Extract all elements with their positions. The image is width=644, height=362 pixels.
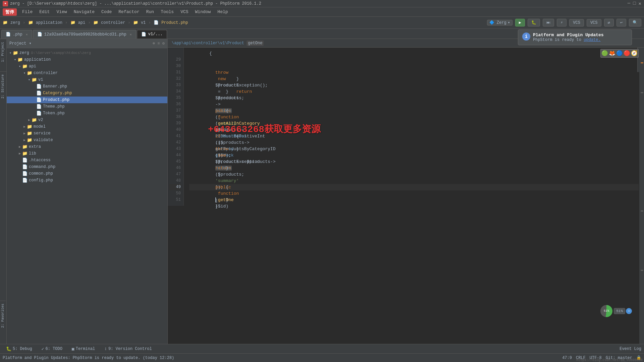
debug-button[interactable]: 🐛 [528,19,540,26]
chrome-icon[interactable]: 🟢 [601,50,608,57]
breadcrumb-product[interactable]: 📄 Product.php [154,20,188,25]
label-v1: v1 [38,77,43,82]
bottom-tab-debug[interactable]: 🐛 5: Debug [3,345,36,353]
undo-button[interactable]: ↩ [616,19,626,26]
menu-view[interactable]: View [54,8,69,16]
tree-item-api[interactable]: ▾ 📁 api [7,63,167,70]
line-num-31: 31 [169,69,181,76]
bottom-tab-terminal[interactable]: ▣ Terminal [68,345,98,353]
tree-item-common[interactable]: 📄 common.php [7,170,167,177]
tree-item-v2[interactable]: ▶ 📁 v2 [7,117,167,123]
arrow-lib: ▶ [17,152,22,156]
zerg-dropdown[interactable]: 🔷 Zerg ▾ [487,20,513,25]
tree-item-htaccess[interactable]: 📄 .htaccess [7,157,167,164]
menu-run[interactable]: Run [144,8,157,16]
code-editor[interactable]: \app\api\controller\v1\Product getOne +6… [168,39,644,344]
bottom-tab-vcs[interactable]: ↕ 9: Version Control [101,345,155,353]
minimize-btn[interactable]: ─ [628,1,630,6]
breadcrumb-controller[interactable]: 📁 controller [93,20,125,25]
menu-tools[interactable]: Tools [158,8,176,16]
line-num-41: 41 [169,133,181,139]
tab-hash[interactable]: 📄 12a92ae84a709aeb99026bdbb4cd31.php ✕ [33,30,136,39]
vcs-btn2[interactable]: VCS [587,19,601,26]
breadcrumb-label-api: api [78,20,86,25]
tree-item-banner[interactable]: 📄 Banner.php [7,83,167,90]
tree-item-extra[interactable]: ▶ 📁 extra [7,143,167,150]
scroll-nav-btn[interactable]: ○ [626,308,632,314]
project-header-icons: ⊕ ≡ ⚙ [153,41,165,46]
tab-label-php: .php [13,32,22,37]
ie-icon[interactable]: 🔵 [616,50,623,57]
event-log-link[interactable]: Event Log [620,347,641,351]
tree-item-application[interactable]: ▾ 📁 application [7,56,167,63]
tab-close-hash[interactable]: ✕ [130,33,132,37]
code-scroll-track[interactable] [639,48,644,344]
tab-php[interactable]: 📄 .php ✕ [1,30,32,39]
code-line-49[interactable]: | [189,184,639,190]
menu-help[interactable]: Help [215,8,230,16]
tree-item-service[interactable]: ▶ 📁 service [7,130,167,137]
breadcrumb-api[interactable]: 📁 api [70,20,86,25]
tab-v1[interactable]: 📄 v1/... [137,30,167,39]
code-line-32: return $products; [189,76,639,82]
tree-item-controller[interactable]: ▾ 📁 controller [7,70,167,76]
line-num-36: 36 [169,101,181,108]
run-button[interactable]: ▶ [515,19,525,26]
vcs-icon: ↕ [104,346,107,351]
tree-item-product[interactable]: 📄 Product.php [7,97,167,103]
arrow-application: ▾ [13,58,17,62]
tree-item-token[interactable]: 📄 Token.php [7,110,167,117]
tree-item-config[interactable]: 📄 config.php [7,177,167,184]
code-line-31: $products = $products -> hidden ([ 'summ… [189,69,639,76]
menu-refactor[interactable]: Refactor [116,8,142,16]
close-btn[interactable]: ✕ [639,1,641,6]
breadcrumb-zerg[interactable]: 📁 zerg [3,20,20,25]
safari-icon[interactable]: 🧭 [631,50,638,57]
breadcrumb-application[interactable]: 📁 application [28,20,62,25]
breadcrumb-label-application: application [36,20,62,25]
firefox-icon[interactable]: 🦊 [609,50,615,57]
coverage-button[interactable]: ⚡ [557,19,567,26]
bottom-tab-todo[interactable]: ✓ 6: TODO [38,345,66,353]
tab-icon-php: 📄 [6,32,11,37]
maximize-btn[interactable]: □ [633,1,636,6]
opera-icon[interactable]: 🔴 [624,50,630,57]
line-num-46: 46 [169,165,181,171]
line-num-48: 48 [169,178,181,184]
tree-item-zerg[interactable]: ▾ 📁 zerg D:\Server\xampp\htdocs\zerg [7,50,167,56]
notification-link[interactable]: update. [584,38,600,42]
code-line-38: $products = ProductModel :: getProductsB… [189,114,639,120]
browser-icon-bar[interactable]: 🟢 🦊 🔵 🔴 🧭 [600,49,639,58]
diff-button[interactable]: ⇄ [604,19,614,26]
tree-item-v1[interactable]: ▾ 📁 v1 [7,76,167,83]
tree-item-lib[interactable]: ▶ 📁 lib [7,150,167,157]
breadcrumb-label-controller: controller [101,20,125,25]
todo-label: 6: TODO [45,347,62,351]
tree-item-model[interactable]: ▶ 📁 model [7,123,167,130]
code-lines[interactable]: { throw new ProductException(); } [184,48,644,206]
step-button[interactable]: ⏭ [543,19,554,26]
breadcrumb-v1[interactable]: 📁 v1 [133,20,146,25]
tree-item-command[interactable]: 📄 command.php [7,164,167,170]
project-tab[interactable]: 1: Project [0,39,6,65]
debug-icon: 🐛 [6,346,11,352]
pause-button[interactable]: 暂停 [3,8,17,16]
menu-file[interactable]: File [19,8,35,16]
folder-zerg: 📁 [13,50,18,56]
code-line-42: } [189,139,639,146]
search-button[interactable]: 🔍 [629,19,641,26]
tab-close-php[interactable]: ✕ [26,33,28,37]
tree-item-category[interactable]: 📄 Category.php [7,90,167,97]
menu-code[interactable]: Code [99,8,114,16]
menu-edit[interactable]: Edit [37,8,52,16]
favorites-tab[interactable]: 2: Favorites [0,301,6,330]
structure-tab[interactable]: 2: Structure [0,71,6,101]
menu-navigate[interactable]: Navigate [71,8,97,16]
menu-window[interactable]: Window [193,8,214,16]
line-num-40: 40 [169,127,181,133]
tree-item-theme[interactable]: 📄 Theme.php [7,103,167,110]
tree-item-validate[interactable]: ▶ 📁 validate [7,137,167,143]
vcs-btn1[interactable]: VCS [569,19,584,26]
menu-vcs[interactable]: VCS [178,8,191,16]
tab-label-v1: v1/... [148,32,163,37]
